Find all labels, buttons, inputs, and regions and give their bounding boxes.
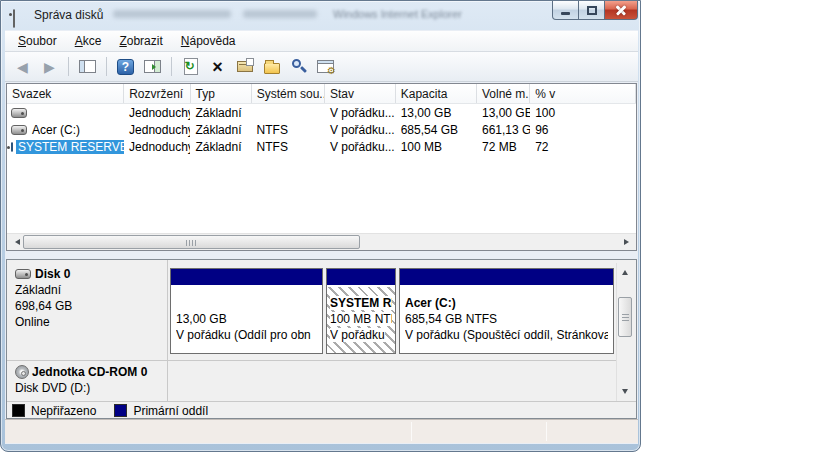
cdrom-info[interactable]: Jednotka CD-ROM 0 Disk DVD (D:) (15, 364, 147, 396)
partition-recovery[interactable]: 13,00 GB V pořádku (Oddíl pro obn (170, 268, 323, 354)
menu-zobrazit[interactable]: Zobrazit (110, 32, 171, 50)
scroll-right-icon (624, 239, 632, 245)
scroll-down-icon (622, 389, 628, 397)
cdrom-icon (15, 365, 29, 379)
volume-capacity: 100 MB (396, 140, 477, 154)
horizontal-scrollbar-thumb[interactable] (23, 235, 360, 249)
statusbar-separator (411, 422, 412, 441)
partition-status: V pořádku (Spouštěcí oddíl, Stránkova (405, 327, 608, 343)
show-action-pane-button[interactable] (141, 55, 164, 78)
volume-type: Základní (190, 123, 251, 137)
partition-color-bar (327, 269, 395, 285)
close-icon (614, 3, 628, 17)
help-button[interactable]: ? (114, 55, 137, 78)
partition-recovery-body: 13,00 GB V pořádku (Oddíl pro obn (171, 287, 322, 343)
column-header-rozvrzeni[interactable]: Rozvržení (124, 84, 190, 103)
action-pane-icon (144, 60, 161, 73)
volume-layout: Jednoduchý (124, 140, 190, 154)
window-title: Správa disků (34, 8, 103, 22)
volume-name-selected: SYSTEM RESERVED (16, 140, 124, 154)
volume-icon (11, 142, 13, 152)
partition-title (176, 295, 317, 311)
partition-size: 685,54 GB NTFS (405, 311, 608, 327)
close-button[interactable] (604, 1, 638, 20)
menu-soubor[interactable]: Soubor (9, 32, 66, 50)
column-header-procent[interactable]: % v (530, 84, 636, 103)
search-button[interactable] (287, 55, 310, 78)
background-window-title: Windows Internet Explorer (333, 8, 462, 20)
menu-soubor-label: oubor (26, 34, 57, 48)
partition-acer-c[interactable]: Acer (C:) 685,54 GB NTFS V pořádku (Spou… (399, 268, 614, 354)
forward-button[interactable]: ▶ (38, 55, 61, 78)
toolbar-separator (68, 57, 69, 76)
scroll-down-button[interactable] (617, 385, 633, 401)
volume-list-header: Svazek Rozvržení Typ Systém sou... Stav … (7, 84, 636, 104)
partition-size: 100 MB NTFS (330, 312, 392, 326)
column-header-volne-misto[interactable]: Volné m... (477, 84, 530, 103)
vertical-scrollbar-thumb[interactable] (618, 297, 632, 337)
scroll-up-button[interactable] (617, 263, 633, 279)
refresh-button[interactable]: ↻ (179, 55, 202, 78)
volume-layout: Jednoduchý (124, 123, 190, 137)
volume-icon (11, 125, 27, 135)
menu-akce[interactable]: Akce (66, 32, 111, 50)
volume-type: Základní (190, 106, 251, 120)
column-header-typ[interactable]: Typ (191, 84, 252, 103)
back-button[interactable]: ◀ (11, 55, 34, 78)
volume-layout: Jednoduchý (124, 106, 190, 120)
maximize-button[interactable] (578, 1, 605, 20)
background-window-text-blur (113, 10, 231, 18)
scroll-left-button[interactable] (7, 234, 24, 250)
partition-color-bar (171, 269, 322, 285)
volume-list: Svazek Rozvržení Typ Systém sou... Stav … (6, 83, 637, 251)
menu-bar: Soubor Akce Zobrazit Nápověda (5, 31, 638, 52)
maximize-icon (587, 6, 597, 15)
vertical-scrollbar[interactable] (616, 263, 633, 401)
disk0-info: Disk 0 Základní 698,64 GB Online (15, 266, 165, 330)
window-drive-icon (13, 9, 15, 28)
title-bar[interactable]: Správa disků Windows Internet Explorer (1, 1, 640, 30)
column-header-kapacita[interactable]: Kapacita (396, 84, 477, 103)
volume-free: 13,00 GB (477, 106, 530, 120)
partition-title: Acer (C:) (405, 295, 608, 311)
volume-status: V pořádku... (325, 123, 396, 137)
open-button[interactable] (260, 55, 283, 78)
disk-graphical-pane: Disk 0 Základní 698,64 GB Online 13,00 G… (6, 259, 637, 419)
properties-icon (237, 61, 253, 72)
volume-capacity: 13,00 GB (396, 106, 477, 120)
back-icon: ◀ (17, 60, 28, 74)
legend-unallocated-swatch (12, 404, 25, 417)
toolbar-separator (171, 57, 172, 76)
menu-napoveda[interactable]: Nápověda (172, 32, 245, 50)
volume-row-recovery[interactable]: Jednoduchý Základní V pořádku... 13,00 G… (7, 104, 636, 121)
volume-free-pct: 96 (530, 123, 636, 137)
menu-napoveda-label: ápověda (189, 34, 235, 48)
disk0-kind: Základní (15, 282, 165, 298)
minimize-button[interactable] (552, 1, 579, 20)
partition-system-reserved[interactable]: SYSTEM RESERVED 100 MB NTFS V pořádku (326, 268, 396, 354)
menu-zobrazit-label: obrazit (127, 34, 163, 48)
column-header-system-souboru[interactable]: Systém sou... (252, 84, 325, 103)
volume-status: V pořádku... (325, 140, 396, 154)
volume-free: 661,13 GB (477, 123, 530, 137)
disk0-icon (15, 269, 31, 279)
horizontal-scrollbar[interactable] (7, 233, 636, 250)
column-header-svazek[interactable]: Svazek (7, 84, 124, 103)
menu-soubor-accel: S (18, 34, 26, 48)
help-window-icon: ⚙ (317, 60, 334, 73)
help-window-button[interactable]: ⚙ (314, 55, 337, 78)
refresh-icon: ↻ (184, 58, 198, 75)
column-header-stav[interactable]: Stav (325, 84, 396, 103)
forward-icon: ▶ (44, 60, 55, 74)
disk0-capacity: 698,64 GB (15, 298, 165, 314)
pane-horizontal-separator (7, 360, 617, 361)
volume-row-acer-c[interactable]: Acer (C:) Jednoduchý Základní NTFS V poř… (7, 121, 636, 138)
volume-row-system-reserved[interactable]: SYSTEM RESERVED Jednoduchý Základní NTFS… (7, 138, 636, 155)
partition-color-bar (400, 269, 613, 285)
show-console-tree-button[interactable] (76, 55, 99, 78)
delete-button[interactable]: × (206, 55, 229, 78)
properties-button[interactable] (233, 55, 256, 78)
scroll-right-button[interactable] (619, 234, 636, 250)
background-window-text-blur (243, 10, 317, 18)
volume-free-pct: 72 (530, 140, 636, 154)
